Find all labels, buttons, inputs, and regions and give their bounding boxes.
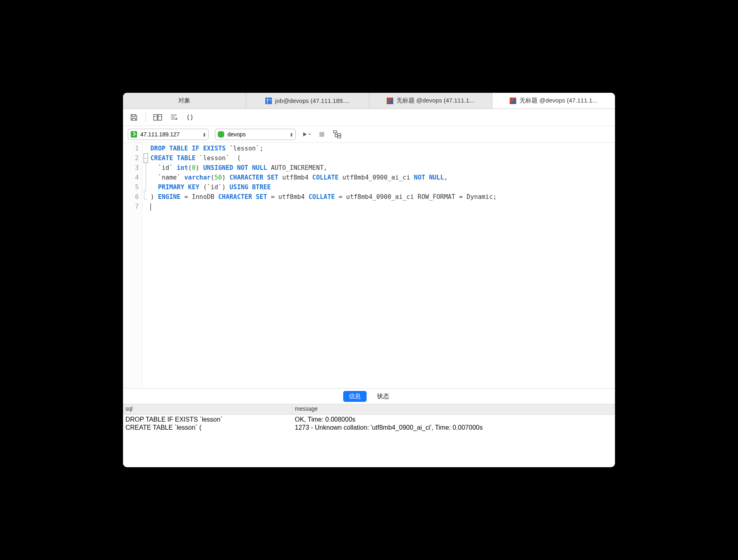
toolbar: [123, 109, 615, 126]
query-icon: [387, 98, 393, 104]
database-icon: [218, 131, 224, 138]
tab-label: 无标题 @devops (47.111.1...: [519, 97, 597, 104]
query-icon: [510, 98, 516, 104]
parentheses-icon[interactable]: [186, 113, 194, 122]
connection-host: 47.111.189.127: [140, 131, 179, 138]
svg-rect-7: [338, 136, 341, 138]
column-header-sql[interactable]: sql: [123, 404, 292, 414]
result-row[interactable]: DROP TABLE IF EXISTS `lesson`OK, Time: 0…: [123, 416, 615, 424]
stop-icon[interactable]: [317, 130, 326, 139]
code-area[interactable]: DROP TABLE IF EXISTS `lesson`;CREATE TAB…: [149, 143, 615, 388]
results-body: DROP TABLE IF EXISTS `lesson`OK, Time: 0…: [123, 415, 615, 467]
line-gutter: 1234567: [123, 143, 142, 388]
result-sql: DROP TABLE IF EXISTS `lesson`: [123, 416, 292, 424]
fold-column: −: [142, 143, 149, 388]
explain-plan-icon[interactable]: [333, 130, 342, 139]
svg-rect-1: [158, 115, 162, 120]
result-row[interactable]: CREATE TABLE `lesson` (1273 - Unknown co…: [123, 424, 615, 432]
tab-label: 对象: [178, 97, 190, 104]
connection-select[interactable]: 47.111.189.127 ▴▾: [128, 129, 208, 140]
tab-query-1[interactable]: 无标题 @devops (47.111.1...: [369, 93, 492, 109]
format-icon[interactable]: [169, 113, 178, 122]
tables-icon[interactable]: [153, 113, 162, 122]
svg-rect-5: [334, 131, 337, 133]
result-message: OK, Time: 0.008000s: [292, 416, 615, 424]
sql-editor[interactable]: 1234567 − DROP TABLE IF EXISTS `lesson`;…: [123, 143, 615, 388]
column-header-message[interactable]: message: [292, 404, 615, 414]
result-tab-status[interactable]: 状态: [371, 391, 395, 402]
connection-icon: [131, 131, 137, 138]
chevron-updown-icon: ▴▾: [290, 132, 293, 137]
save-icon[interactable]: [129, 113, 138, 122]
connection-bar: 47.111.189.127 ▴▾ devops ▴▾: [123, 126, 615, 143]
result-tab-info[interactable]: 信息: [343, 391, 367, 402]
separator: [146, 113, 146, 122]
tab-bar: 对象 job@devops (47.111.189.... 无标题 @devop…: [123, 93, 615, 109]
chevron-updown-icon: ▴▾: [203, 132, 206, 137]
svg-rect-4: [319, 132, 324, 137]
database-select[interactable]: devops ▴▾: [215, 129, 296, 140]
app-window: 对象 job@devops (47.111.189.... 无标题 @devop…: [123, 93, 615, 467]
run-icon[interactable]: [302, 130, 311, 139]
tab-query-2[interactable]: 无标题 @devops (47.111.1...: [492, 93, 615, 109]
tab-label: 无标题 @devops (47.111.1...: [396, 97, 474, 104]
database-name: devops: [227, 131, 246, 138]
result-tab-bar: 信息 状态: [123, 388, 615, 404]
tab-job[interactable]: job@devops (47.111.189....: [246, 93, 369, 109]
svg-rect-6: [338, 134, 341, 136]
result-message: 1273 - Unknown collation: 'utf8mb4_0900_…: [292, 424, 615, 432]
tab-label: job@devops (47.111.189....: [275, 97, 350, 104]
results-header: sql message: [123, 404, 615, 415]
tab-objects[interactable]: 对象: [123, 93, 246, 109]
table-icon: [265, 98, 272, 104]
result-sql: CREATE TABLE `lesson` (: [123, 424, 292, 432]
svg-rect-0: [154, 115, 157, 120]
